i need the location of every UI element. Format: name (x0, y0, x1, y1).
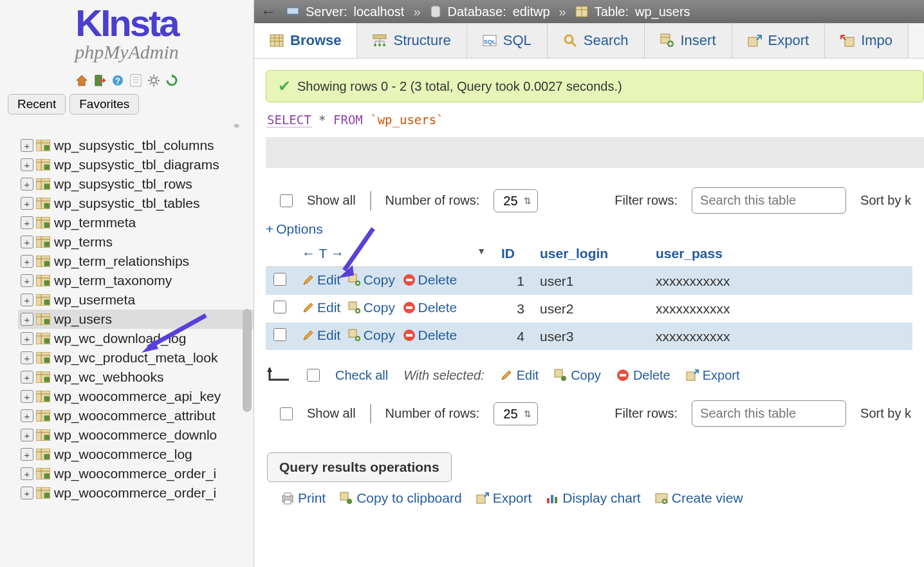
check-all-label[interactable]: Check all (335, 368, 388, 383)
tree-item-wp_woocommerce_api_key[interactable]: +wp_woocommerce_api_key (18, 387, 254, 406)
scrollbar-thumb[interactable] (243, 309, 252, 412)
expand-icon[interactable]: + (21, 487, 33, 499)
col-id[interactable]: ID (494, 241, 532, 267)
tree-item-wp_usermeta[interactable]: +wp_usermeta (18, 290, 254, 310)
row-edit[interactable]: Edit (302, 328, 340, 343)
row-checkbox[interactable] (273, 328, 286, 341)
col-user-login[interactable]: user_login (532, 241, 648, 267)
expand-icon[interactable]: + (21, 197, 33, 210)
tree-item-wp_woocommerce_order_i[interactable]: +wp_woocommerce_order_i (18, 464, 254, 483)
expand-icon[interactable]: + (21, 390, 33, 403)
tree-item-wp_terms[interactable]: +wp_terms (18, 232, 254, 252)
cell-id: 1 (494, 267, 532, 295)
tree-item-wp_term_relationships[interactable]: +wp_term_relationships (18, 252, 254, 271)
tree-item-wp_supsystic_tbl_tables[interactable]: +wp_supsystic_tbl_tables (18, 194, 254, 213)
ops-copy-clipboard[interactable]: Copy to clipboard (340, 490, 461, 506)
filter-input-bottom[interactable] (692, 400, 846, 427)
ops-export[interactable]: Export (476, 490, 532, 506)
bulk-copy[interactable]: Copy (554, 368, 601, 383)
tab-import[interactable]: Impo (825, 23, 909, 58)
bc-server-value[interactable]: localhost (353, 5, 404, 19)
row-edit[interactable]: Edit (302, 272, 340, 288)
show-all-label-bottom: Show all (307, 406, 356, 421)
svg-line-116 (572, 42, 576, 46)
row-edit[interactable]: Edit (302, 300, 340, 315)
tab-sql[interactable]: SQL SQL (467, 23, 548, 58)
tree-item-wp_woocommerce_downlo[interactable]: +wp_woocommerce_downlo (18, 425, 254, 445)
tree-item-wp_woocommerce_order_i[interactable]: +wp_woocommerce_order_i (18, 483, 254, 503)
row-copy[interactable]: Copy (348, 328, 395, 343)
num-rows-select[interactable]: 25 (494, 189, 538, 212)
tree-item-wp_termmeta[interactable]: +wp_termmeta (18, 213, 254, 232)
bc-table-value[interactable]: wp_users (635, 5, 690, 19)
bc-db-value[interactable]: editwp (513, 5, 550, 19)
tree-item-wp_wc_download_log[interactable]: +wp_wc_download_log (18, 329, 254, 348)
show-all-checkbox-bottom[interactable] (280, 407, 293, 420)
expand-icon[interactable]: + (21, 313, 33, 326)
expand-icon[interactable]: + (21, 332, 33, 345)
svg-rect-77 (44, 416, 50, 421)
filter-input[interactable] (692, 187, 846, 214)
tree-item-wp_supsystic_tbl_rows[interactable]: +wp_supsystic_tbl_rows (18, 174, 254, 194)
bulk-export[interactable]: Export (686, 368, 740, 383)
tab-export[interactable]: Export (732, 23, 826, 58)
tree-item-wp_supsystic_tbl_columns[interactable]: +wp_supsystic_tbl_columns (18, 136, 254, 155)
show-all-checkbox[interactable] (280, 194, 293, 207)
expand-icon[interactable]: + (21, 293, 33, 306)
check-all-checkbox[interactable] (307, 369, 320, 382)
table-icon (36, 217, 50, 228)
gear-icon[interactable] (147, 73, 161, 88)
row-copy[interactable]: Copy (348, 272, 395, 288)
expand-icon[interactable]: + (21, 158, 33, 171)
arrow-indicator-icon (266, 366, 291, 385)
expand-icon[interactable]: + (21, 351, 33, 364)
recent-button[interactable]: Recent (8, 94, 66, 115)
favorites-button[interactable]: Favorites (69, 94, 139, 115)
bulk-delete[interactable]: Delete (616, 368, 670, 383)
expand-icon[interactable]: + (21, 216, 33, 229)
back-button[interactable]: ← (261, 3, 276, 21)
expand-icon[interactable]: + (21, 139, 33, 152)
ops-view[interactable]: Create view (655, 490, 743, 506)
bulk-edit[interactable]: Edit (500, 368, 539, 383)
row-checkbox[interactable] (273, 301, 286, 313)
tab-structure[interactable]: Structure (357, 23, 467, 58)
exit-icon[interactable] (93, 73, 107, 88)
help-icon[interactable]: ? (111, 73, 125, 88)
reload-icon[interactable] (165, 73, 179, 88)
expand-icon[interactable]: + (21, 178, 33, 191)
num-rows-select-bottom[interactable]: 25 (494, 402, 538, 425)
home-icon[interactable] (75, 73, 89, 88)
tree-item-wp_woocommerce_attribut[interactable]: +wp_woocommerce_attribut (18, 406, 254, 425)
expand-icon[interactable]: + (21, 274, 33, 287)
options-toggle[interactable]: +Options (266, 221, 912, 237)
tab-browse[interactable]: Browse (254, 23, 357, 58)
expand-icon[interactable]: + (21, 448, 33, 461)
tree-item-wp_users[interactable]: +wp_users (18, 310, 254, 329)
tree-item-wp_wc_product_meta_look[interactable]: +wp_wc_product_meta_look (18, 348, 254, 367)
expand-icon[interactable]: + (21, 467, 33, 480)
tab-search[interactable]: Search (548, 23, 645, 58)
expand-icon[interactable]: + (21, 255, 33, 268)
tab-insert[interactable]: Insert (645, 23, 732, 58)
col-user-pass[interactable]: user_pass (648, 241, 912, 267)
row-delete[interactable]: Delete (403, 272, 457, 288)
docs-icon[interactable] (129, 73, 143, 88)
row-copy[interactable]: Copy (348, 300, 395, 315)
tree-item-wp_supsystic_tbl_diagrams[interactable]: +wp_supsystic_tbl_diagrams (18, 155, 254, 174)
link-icon[interactable]: ⚭ (0, 118, 254, 136)
expand-icon[interactable]: + (21, 371, 33, 384)
row-delete[interactable]: Delete (403, 300, 457, 315)
tree-item-wp_woocommerce_log[interactable]: +wp_woocommerce_log (18, 445, 254, 464)
sort-icon[interactable]: ▼ (477, 246, 486, 256)
expand-icon[interactable]: + (21, 429, 33, 442)
expand-icon[interactable]: + (21, 236, 33, 248)
row-delete[interactable]: Delete (403, 328, 457, 343)
ops-chart[interactable]: Display chart (546, 490, 640, 506)
row-checkbox[interactable] (273, 273, 286, 286)
expand-icon[interactable]: + (21, 409, 33, 422)
controls-row-top: Show all Number of rows: 25 Filter rows:… (280, 187, 911, 214)
ops-print[interactable]: Print (281, 490, 326, 506)
tree-item-wp_term_taxonomy[interactable]: +wp_term_taxonomy (18, 271, 254, 290)
tree-item-wp_wc_webhooks[interactable]: +wp_wc_webhooks (18, 367, 254, 387)
